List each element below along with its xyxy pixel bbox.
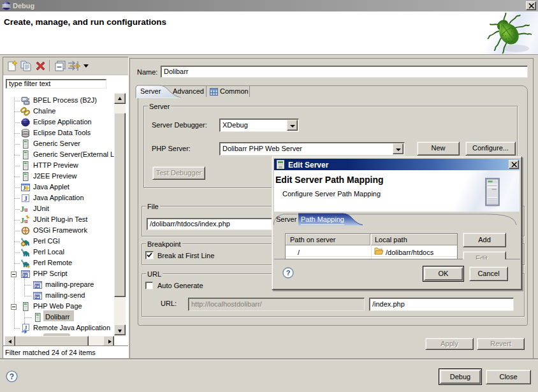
- svg-text:P: P: [24, 273, 27, 277]
- svg-text:u: u: [24, 206, 28, 213]
- svg-text:?: ?: [286, 269, 291, 277]
- svg-text:P: P: [36, 284, 40, 288]
- svg-text:J: J: [24, 324, 27, 331]
- svg-text:J: J: [23, 185, 25, 191]
- svg-text:?: ?: [10, 372, 14, 381]
- svg-text:P: P: [36, 294, 40, 299]
- svg-text:J: J: [24, 194, 28, 202]
